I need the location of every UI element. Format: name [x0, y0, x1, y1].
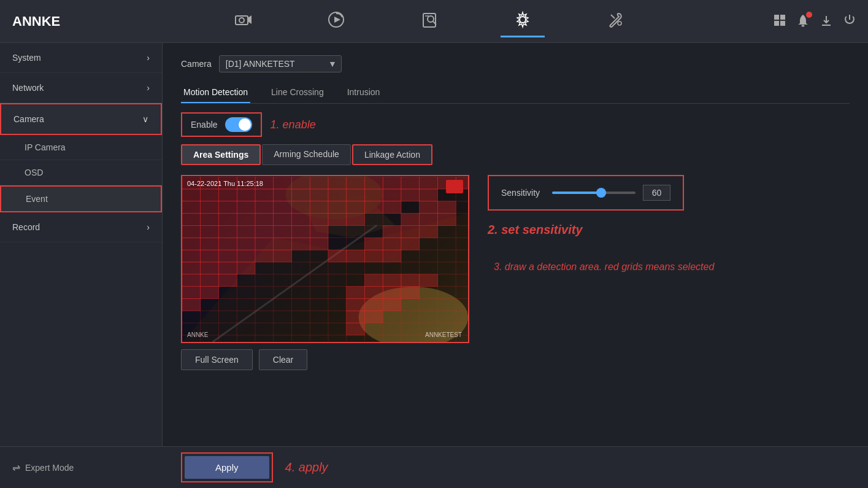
svg-rect-62	[383, 201, 401, 214]
svg-rect-72	[347, 214, 365, 226]
svg-rect-111	[401, 225, 420, 238]
svg-rect-104	[182, 298, 201, 311]
svg-rect-96	[201, 262, 219, 274]
sensitivity-slider[interactable]	[552, 192, 636, 194]
svg-rect-65	[218, 214, 237, 226]
nav-playback[interactable]	[314, 5, 358, 37]
apply-button[interactable]: Apply	[185, 456, 269, 479]
sidebar-ipcamera-label: IP Camera	[25, 142, 66, 152]
enable-annotation: 1. enable	[271, 118, 316, 131]
svg-rect-55	[255, 201, 274, 214]
full-screen-button[interactable]: Full Screen	[181, 349, 253, 370]
svg-point-8	[520, 17, 526, 23]
bell-icon[interactable]	[797, 14, 809, 29]
svg-rect-124	[347, 287, 365, 299]
video-buttons: Full Screen Clear	[181, 349, 469, 370]
svg-rect-131	[347, 311, 365, 323]
tab-arming-schedule[interactable]: Arming Schedule	[262, 144, 351, 165]
svg-rect-75	[218, 225, 237, 238]
svg-rect-121	[383, 274, 401, 287]
svg-rect-132	[364, 311, 383, 323]
enable-toggle[interactable]	[225, 117, 252, 132]
svg-rect-94	[274, 250, 292, 262]
sidebar-sub-event[interactable]: Event	[0, 185, 162, 212]
svg-rect-113	[364, 238, 383, 250]
svg-rect-125	[364, 287, 383, 299]
enable-label: Enable	[191, 120, 218, 130]
svg-rect-100	[201, 274, 219, 287]
tab-line-crossing[interactable]: Line Crossing	[269, 82, 326, 103]
svg-rect-28	[310, 177, 328, 189]
nav-camera[interactable]	[221, 5, 265, 37]
svg-rect-109	[437, 214, 456, 226]
svg-rect-115	[401, 238, 420, 250]
svg-rect-51	[182, 201, 201, 214]
sidebar-item-record[interactable]: Record ›	[0, 212, 162, 242]
download-icon[interactable]	[820, 14, 832, 29]
svg-rect-90	[201, 250, 219, 262]
svg-rect-85	[255, 238, 274, 250]
svg-rect-114	[383, 238, 401, 250]
svg-rect-89	[182, 250, 201, 262]
svg-rect-80	[310, 225, 328, 238]
svg-rect-128	[347, 298, 365, 311]
svg-rect-11	[780, 15, 785, 20]
svg-rect-130	[383, 298, 401, 311]
svg-rect-81	[182, 238, 201, 250]
video-container: 04-22-2021 Thu 11:25:18 ANNKETEST ANNKE	[181, 175, 469, 343]
video-watermark2: ANNKE	[187, 331, 208, 338]
sensitivity-label: Sensitivity	[501, 188, 540, 198]
nav-icons	[85, 5, 774, 37]
tab-linkage-action[interactable]: Linkage Action	[352, 144, 432, 165]
sidebar-event-label: Event	[26, 194, 48, 204]
svg-rect-84	[237, 238, 255, 250]
svg-rect-43	[291, 189, 310, 201]
content-area: Camera [D1] ANNKETEST [D2] [D3] [D4] ▼ M…	[163, 43, 868, 488]
camera-select[interactable]: [D1] ANNKETEST [D2] [D3] [D4]	[219, 55, 342, 72]
sidebar-item-system[interactable]: System ›	[0, 43, 162, 73]
sidebar-item-network[interactable]: Network ›	[0, 73, 162, 103]
svg-rect-107	[401, 214, 420, 226]
svg-rect-123	[420, 274, 438, 287]
svg-point-5	[428, 16, 434, 22]
sidebar-sub-ipcamera[interactable]: IP Camera	[0, 135, 162, 160]
svg-rect-116	[328, 250, 347, 262]
svg-rect-40	[237, 189, 255, 201]
sensitivity-value: 60	[643, 185, 670, 201]
svg-rect-64	[201, 214, 219, 226]
svg-rect-88	[310, 238, 328, 250]
svg-rect-53	[218, 201, 237, 214]
sidebar-sub-osd[interactable]: OSD	[0, 160, 162, 185]
svg-rect-33	[401, 177, 420, 189]
power-icon[interactable]	[843, 14, 856, 29]
clear-button[interactable]: Clear	[259, 349, 307, 370]
sidebar-system-label: System	[12, 53, 41, 63]
nav-tools[interactable]	[594, 5, 638, 37]
svg-rect-42	[274, 189, 292, 201]
svg-rect-83	[218, 238, 237, 250]
svg-rect-30	[347, 177, 365, 189]
svg-rect-31	[364, 177, 383, 189]
sidebar-item-camera[interactable]: Camera ∨	[0, 103, 162, 135]
nav-settings[interactable]	[501, 5, 545, 37]
expert-mode-button[interactable]: ⇌ Expert Mode	[0, 446, 163, 488]
svg-rect-108	[420, 214, 438, 226]
grid-icon[interactable]	[774, 14, 786, 28]
svg-rect-110	[383, 225, 401, 238]
tab-intrusion[interactable]: Intrusion	[345, 82, 383, 103]
video-timestamp: 04-22-2021 Thu 11:25:18	[187, 180, 263, 187]
tab-motion-detection[interactable]: Motion Detection	[181, 82, 250, 103]
svg-rect-71	[328, 214, 347, 226]
toggle-knob	[239, 118, 251, 131]
sidebar-record-label: Record	[12, 222, 40, 232]
detection-area: 04-22-2021 Thu 11:25:18 ANNKETEST ANNKE …	[181, 175, 850, 370]
svg-rect-99	[182, 274, 201, 287]
chevron-down-icon: ∨	[142, 114, 148, 124]
tab-area-settings[interactable]: Area Settings	[181, 144, 261, 165]
top-right-icons	[774, 14, 856, 29]
logo: ANNKE	[12, 14, 60, 29]
nav-search[interactable]	[407, 5, 451, 37]
sidebar-osd-label: OSD	[25, 168, 43, 177]
svg-rect-68	[274, 214, 292, 226]
svg-rect-117	[347, 250, 365, 262]
